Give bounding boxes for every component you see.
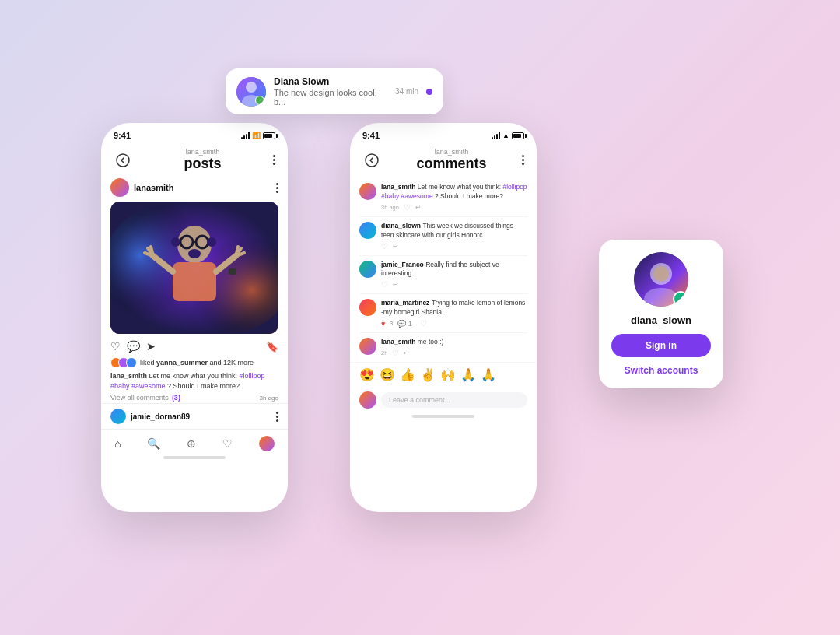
comment-like-icon-1[interactable]: ♡ [404,203,411,212]
comment-text-1: lana_smith Let me know what you think: #… [381,183,527,202]
popup-username: diana_slown [631,314,691,326]
toast-username: Diana Slown [274,76,387,87]
comments-back-icon[interactable] [362,151,381,170]
comment-meta-2: ♡ ↩ [381,242,527,251]
popup-check-icon: ✓ [673,291,688,307]
comment-like-icon-5[interactable]: ♡ [392,349,399,357]
posts-account: lana_smith [184,148,221,156]
comment-input[interactable]: Leave a comment... [381,392,527,408]
search-tab[interactable]: 🔍 [147,437,160,450]
comment-avatar-3 [359,261,376,278]
comment-reply-3[interactable]: ↩ [393,281,398,288]
commenter-row: jamie_dornan89 [101,403,288,429]
liked-avatars [110,357,137,368]
svg-point-2 [117,154,129,167]
likes-tab[interactable]: ♡ [222,437,233,450]
emoji-2[interactable]: 😆 [380,367,395,382]
comment-body-3: jamie_Franco Really find the subject ve … [381,261,527,289]
svg-point-23 [366,154,378,167]
caption-user: lana_smith [110,372,149,380]
comment-like-icon-4[interactable]: ♡ [420,319,427,328]
scene: Diana Slown The new design looks cool, b… [101,61,739,574]
home-tab[interactable]: ⌂ [114,437,121,450]
comment-reply-2[interactable]: ↩ [393,243,398,250]
post-options-icon[interactable] [276,183,278,193]
toast-indicator [426,89,432,95]
profile-tab[interactable] [259,436,275,451]
back-icon[interactable] [114,151,132,170]
bookmark-icon[interactable]: 🔖 [266,341,278,353]
emoji-3[interactable]: 👍 [400,367,415,382]
comment-like-icon-3[interactable]: ♡ [381,280,388,289]
view-comments[interactable]: View all comments (3) 3h ago [110,394,278,402]
emoji-6[interactable]: 🙏 [460,367,476,382]
liked-text: liked yanna_summer and 12K more [140,359,254,367]
post-user-avatar [110,178,129,197]
toast-avatar [236,77,266,107]
signal-icon [241,132,250,139]
comment-input-avatar [359,391,376,409]
svg-point-22 [188,249,201,258]
comment-body-1: lana_smith Let me know what you think: #… [381,183,527,212]
comments-menu-icon[interactable] [522,155,524,165]
heart-icon-4[interactable]: ♥ [381,320,385,328]
post-image [110,202,278,334]
comment-text-4: maria_martinez Trying to make lemon of l… [381,299,527,318]
comment-item-2: diana_slown This week we discussed thing… [350,217,537,255]
comments-scroll-indicator [412,415,474,418]
comment-like-icon-2[interactable]: ♡ [381,242,388,251]
comment-text-3: jamie_Franco Really find the subject ve … [381,261,527,279]
comments-title-group: lana_smith comments [416,148,486,172]
comments-phone: 9:41 ▲ lana_smith [350,123,537,512]
share-icon[interactable]: ➤ [146,340,156,353]
posts-time: 9:41 [114,131,131,140]
posts-menu-icon[interactable] [273,155,275,165]
comments-signal-icon [492,132,500,139]
svg-point-10 [171,237,180,247]
comment-meta-5: 2h ♡ ↩ [381,349,527,357]
toast-avatar-image [236,77,266,107]
add-tab[interactable]: ⊕ [187,437,196,450]
posts-bottom-nav: ⌂ 🔍 ⊕ ♡ [101,429,288,456]
posts-title-group: lana_smith posts [184,148,221,172]
comments-account: lana_smith [416,148,486,156]
emoji-1[interactable]: 😍 [359,367,375,382]
svg-point-0 [246,82,257,93]
toast-time: 34 min [395,87,418,96]
comment-reply-1[interactable]: ↩ [415,204,421,211]
emoji-bar: 😍 😆 👍 ✌️ 🙌 🙏 🙏 [350,362,537,387]
switch-accounts-button[interactable]: Switch accounts [625,365,698,376]
post-username: lanasmith [134,183,173,192]
comments-status-icons: ▲ [492,132,524,139]
emoji-5[interactable]: 🙌 [440,367,456,382]
comment-meta-1: 3h ago ♡ ↩ [381,203,527,212]
comment-reply-5[interactable]: ↩ [404,349,409,356]
popup-avatar: ✓ [634,252,688,307]
comment-item-4: maria_martinez Trying to make lemon of l… [350,294,537,332]
comment-icon[interactable]: 💬 [127,340,140,353]
comment-meta-3: ♡ ↩ [381,280,527,289]
posts-status-icons: 📶 [241,132,275,139]
comments-status-bar: 9:41 ▲ [350,123,537,145]
comment-item-3: jamie_Franco Really find the subject ve … [350,256,537,294]
emoji-7[interactable]: 🙏 [481,367,496,382]
emoji-4[interactable]: ✌️ [420,367,436,382]
liked-avatar-3 [126,357,137,368]
signin-button[interactable]: Sign in [611,334,711,357]
comment-text-5: lana_smith me too :) [381,338,527,347]
comments-navbar: lana_smith comments [350,145,537,178]
wifi-icon: 📶 [252,132,261,139]
posts-status-bar: 9:41 📶 [101,123,288,145]
comment-text-2: diana_slown This week we discussed thing… [381,222,527,240]
comment-avatar-5 [359,338,376,355]
commenter-options-icon[interactable] [276,412,278,422]
comments-title: comments [416,156,486,172]
svg-rect-21 [229,268,236,275]
scroll-indicator [163,456,226,459]
comment-avatar-1 [359,183,376,200]
comments-wifi-icon: ▲ [502,132,509,139]
comment-item-1: lana_smith Let me know what you think: #… [350,178,537,216]
posts-navbar: lana_smith posts [101,145,288,178]
notification-toast[interactable]: Diana Slown The new design looks cool, b… [226,68,443,114]
like-icon[interactable]: ♡ [110,340,121,353]
